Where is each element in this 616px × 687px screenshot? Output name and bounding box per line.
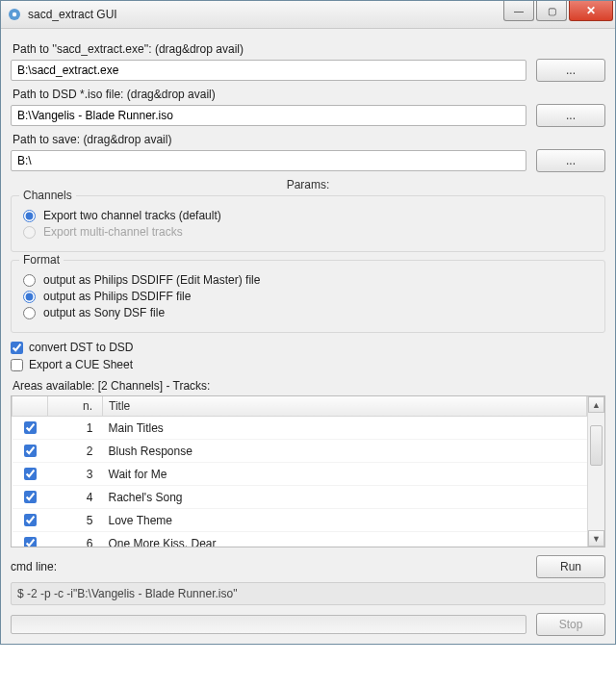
radio-multi-channel-label: Export multi-channel tracks: [43, 225, 183, 239]
scroll-down-icon[interactable]: ▼: [588, 530, 604, 547]
track-n: 2: [48, 440, 103, 463]
table-row[interactable]: 6One More Kiss, Dear: [13, 532, 587, 547]
radio-sony-dsf-label: output as Sony DSF file: [43, 306, 165, 319]
radio-dsdiff-label: output as Philips DSDIFF file: [43, 290, 191, 303]
track-checkbox[interactable]: [24, 537, 37, 547]
track-n: 3: [48, 463, 103, 486]
table-row[interactable]: 1Main Titles: [13, 417, 587, 440]
table-row[interactable]: 2Blush Response: [13, 440, 587, 463]
maximize-button[interactable]: ▢: [536, 1, 567, 21]
check-convert-dst-label: convert DST to DSD: [29, 341, 133, 354]
tracks-table: n. Title 1Main Titles2Blush Response3Wai…: [12, 396, 587, 547]
scroll-up-icon[interactable]: ▲: [588, 396, 604, 413]
titlebar[interactable]: sacd_extract GUI — ▢ ✕: [1, 1, 615, 29]
radio-sony-dsf[interactable]: output as Sony DSF file: [23, 306, 593, 319]
track-n: 1: [48, 417, 103, 440]
track-title: Rachel's Song: [103, 486, 587, 509]
label-areas: Areas available: [2 Channels] - Tracks:: [13, 379, 605, 393]
track-checkbox[interactable]: [24, 468, 37, 480]
window-title: sacd_extract GUI: [28, 8, 503, 21]
input-path-save[interactable]: [11, 150, 526, 171]
stop-button: Stop: [536, 613, 605, 636]
radio-dsdiff-edit-master[interactable]: output as Philips DSDIFF (Edit Master) f…: [23, 273, 593, 287]
col-header-title[interactable]: Title: [103, 396, 587, 417]
check-export-cue[interactable]: Export a CUE Sheet: [11, 358, 605, 371]
browse-exe-button[interactable]: ...: [536, 59, 605, 82]
svg-point-1: [13, 13, 16, 16]
scroll-thumb[interactable]: [590, 425, 603, 466]
close-button[interactable]: ✕: [569, 1, 613, 21]
group-channels: Channels Export two channel tracks (defa…: [11, 195, 605, 252]
label-cmdline: cmd line:: [11, 560, 57, 573]
track-checkbox[interactable]: [24, 514, 37, 526]
track-title: Love Theme: [103, 509, 587, 532]
col-header-n[interactable]: n.: [48, 396, 103, 417]
track-title: One More Kiss, Dear: [103, 532, 587, 547]
radio-two-channel[interactable]: Export two channel tracks (default): [23, 209, 593, 222]
input-path-iso[interactable]: [11, 105, 526, 126]
progress-bar: [11, 615, 526, 634]
app-icon: [7, 7, 22, 22]
label-path-iso: Path to DSD *.iso file: (drag&drop avail…: [13, 88, 605, 101]
label-path-exe: Path to ''sacd_extract.exe'': (drag&drop…: [13, 42, 605, 56]
label-path-save: Path to save: (drag&drop avail): [13, 133, 605, 146]
cmdline-value: $ -2 -p -c -i"B:\Vangelis - Blade Runner…: [11, 582, 605, 605]
track-n: 4: [48, 486, 103, 509]
check-export-cue-label: Export a CUE Sheet: [29, 358, 133, 371]
track-checkbox[interactable]: [24, 445, 37, 457]
check-convert-dst[interactable]: convert DST to DSD: [11, 341, 605, 354]
track-title: Main Titles: [103, 417, 587, 440]
track-n: 5: [48, 509, 103, 532]
track-checkbox[interactable]: [24, 421, 37, 434]
browse-iso-button[interactable]: ...: [536, 104, 605, 127]
track-title: Blush Response: [103, 440, 587, 463]
legend-format: Format: [19, 253, 64, 267]
legend-channels: Channels: [19, 189, 76, 202]
run-button[interactable]: Run: [536, 555, 605, 578]
table-row[interactable]: 4Rachel's Song: [13, 486, 587, 509]
radio-dsdiff-edit-master-label: output as Philips DSDIFF (Edit Master) f…: [43, 273, 260, 287]
track-checkbox[interactable]: [24, 491, 37, 503]
radio-dsdiff[interactable]: output as Philips DSDIFF file: [23, 290, 593, 303]
table-row[interactable]: 3Wait for Me: [13, 463, 587, 486]
input-path-exe[interactable]: [11, 60, 526, 81]
radio-multi-channel: Export multi-channel tracks: [23, 225, 593, 239]
minimize-button[interactable]: —: [503, 1, 534, 21]
col-header-check[interactable]: [13, 396, 48, 417]
table-row[interactable]: 5Love Theme: [13, 509, 587, 532]
group-format: Format output as Philips DSDIFF (Edit Ma…: [11, 260, 605, 333]
track-title: Wait for Me: [103, 463, 587, 486]
track-n: 6: [48, 532, 103, 547]
params-header: Params:: [11, 178, 605, 191]
tracks-table-wrap: n. Title 1Main Titles2Blush Response3Wai…: [11, 395, 605, 547]
radio-two-channel-label: Export two channel tracks (default): [43, 209, 221, 222]
browse-save-button[interactable]: ...: [536, 149, 605, 172]
tracks-scrollbar[interactable]: ▲ ▼: [587, 396, 604, 547]
